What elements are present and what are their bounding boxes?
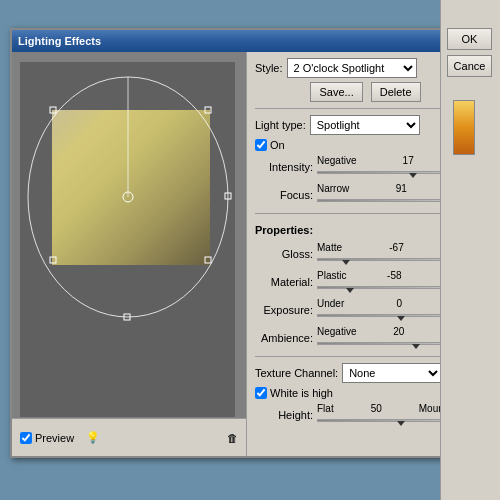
height-label: Height: [255,409,317,421]
light-ellipse-overlay [20,62,235,382]
lighting-effects-dialog: Lighting Effects [10,28,486,458]
style-select[interactable]: 2 O'clock Spotlight [287,58,417,78]
svg-rect-3 [205,107,211,113]
svg-rect-5 [205,257,211,263]
exposure-value: 0 [397,298,403,309]
svg-rect-2 [50,107,56,113]
svg-rect-4 [50,257,56,263]
intensity-value: 17 [403,155,414,166]
height-value: 50 [371,403,382,414]
intensity-thumb[interactable] [409,173,417,178]
material-value: -58 [387,270,401,281]
texture-channel-select[interactable]: None [342,363,442,383]
white-is-high-checkbox[interactable] [255,387,267,399]
intensity-left: Negative [317,155,356,166]
exposure-left: Under [317,298,344,309]
preview-section: Preview [20,432,74,444]
intensity-label: Intensity: [255,161,317,173]
preview-label: Preview [35,432,74,444]
gloss-left: Matte [317,242,342,253]
texture-channel-label: Texture Channel: [255,367,338,379]
ambience-thumb[interactable] [412,344,420,349]
titlebar: Lighting Effects [12,30,484,52]
save-button[interactable]: Save... [310,82,362,102]
canvas-area [20,62,235,417]
ambience-label: Ambience: [255,332,317,344]
dialog-title: Lighting Effects [18,35,101,47]
lightbulb-icon[interactable]: 💡 [86,431,100,444]
style-label: Style: [255,62,283,74]
right-side-panel: OK Cance [440,0,500,500]
gloss-thumb[interactable] [342,260,350,265]
exposure-thumb[interactable] [397,316,405,321]
color-swatch-right[interactable] [453,100,475,155]
preview-checkbox[interactable] [20,432,32,444]
material-thumb[interactable] [346,288,354,293]
light-type-label: Light type: [255,119,306,131]
delete-button[interactable]: Delete [371,82,421,102]
cancel-button-right[interactable]: Cance [447,55,492,77]
on-label: On [270,139,285,151]
on-checkbox[interactable] [255,139,267,151]
height-thumb[interactable] [397,421,405,426]
white-is-high-label: White is high [270,387,333,399]
light-type-select[interactable]: Spotlight [310,115,420,135]
properties-label: Properties: [255,224,313,236]
material-left: Plastic [317,270,346,281]
ambience-left: Negative [317,326,356,337]
ambience-value: 20 [393,326,404,337]
height-left: Flat [317,403,334,414]
canvas-panel: Preview 💡 🗑 [12,52,247,456]
exposure-label: Exposure: [255,304,317,316]
gloss-label: Gloss: [255,248,317,260]
ok-button-right[interactable]: OK [447,28,492,50]
focus-left: Narrow [317,183,349,194]
focus-value: 91 [396,183,407,194]
focus-label: Focus: [255,189,317,201]
trash-icon[interactable]: 🗑 [227,432,238,444]
gloss-value: -67 [389,242,403,253]
material-label: Material: [255,276,317,288]
bottom-panel: Preview 💡 🗑 [12,418,246,456]
